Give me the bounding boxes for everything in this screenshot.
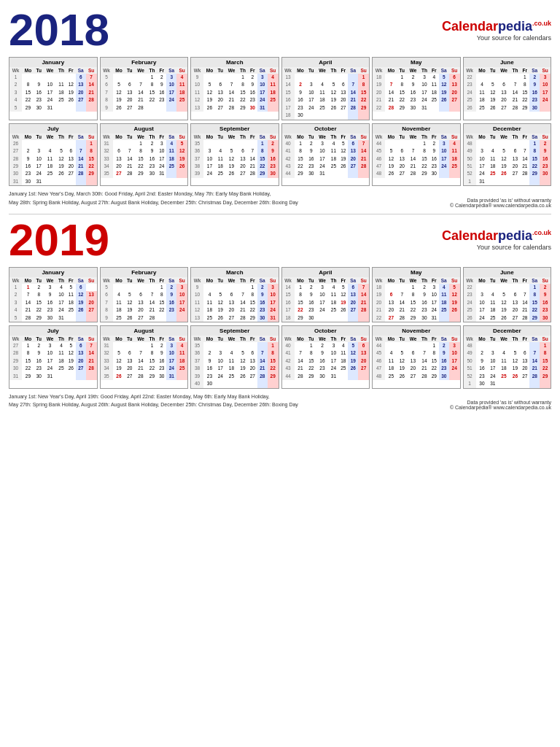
month-dec-2019: December WkMoTuWeThFrSaSu 481 492345678 … (463, 325, 552, 389)
logo-2018: Calendarpedia.co.uk Your source for cale… (442, 19, 551, 42)
month-may-2018: May WkMoTuWeThFrSaSu 18123456 1978910111… (372, 57, 461, 120)
month-feb-2019: February WkMoTuWeThFrSaSu 5123 645678910… (100, 267, 189, 322)
month-sep-2018: September WkMoTuWeThFrSaSu 3512 36345678… (190, 123, 279, 187)
logo-2019: Calendarpedia.co.uk Your source for cale… (442, 228, 551, 251)
month-oct-2018: October WkMoTuWeThFrSaSu 401234567 41891… (281, 123, 370, 187)
month-nov-2019: November WkMoTuWeThFrSaSu 44123 45456789… (372, 325, 461, 389)
2018-top-months: January WkMoTuWeThFrSaSu 167 28910111213… (9, 57, 551, 120)
month-sep-2019: September WkMoTuWeThFrSaSu 351 362345678… (190, 325, 279, 389)
2019-copyright: Data provided 'as is' without warranty ©… (450, 400, 551, 410)
month-apr-2019: April WkMoTuWeThFrSaSu 141234567 1589101… (281, 267, 370, 322)
month-jan-2018: January WkMoTuWeThFrSaSu 167 28910111213… (9, 57, 98, 120)
month-mar-2019: March WkMoTuWeThFrSaSu 9123 1045678910 1… (190, 267, 279, 322)
month-may-2019: May WkMoTuWeThFrSaSu 1812345 19678910111… (372, 267, 461, 322)
year-2019-header: 2019 Calendarpedia.co.uk Your source for… (9, 217, 551, 263)
year-2018-title: 2018 (9, 7, 109, 53)
2019-bottom-months: July WkMoTuWeThFrSaSu 271234567 28891011… (9, 325, 551, 389)
month-jul-2018: July WkMoTuWeThFrSaSu 261 272345678 2891… (9, 123, 98, 187)
logo-sub: Your source for calendars (442, 34, 551, 42)
2018-notes: January 1st: New Year's Day, March 30th:… (9, 189, 298, 208)
month-jun-2019: June WkMoTuWeThFrSaSu 2212 233456789 241… (463, 267, 552, 322)
month-aug-2018: August WkMoTuWeThFrSaSu 3112345 32678910… (100, 123, 189, 187)
month-jul-2019: July WkMoTuWeThFrSaSu 271234567 28891011… (9, 325, 98, 389)
logo-text-2019: Calendarpedia.co.uk (442, 228, 551, 244)
month-nov-2018: November WkMoTuWeThFrSaSu 441234 4556789… (372, 123, 461, 187)
2019-top-months: January WkMoTuWeThFrSaSu 1123456 2789101… (9, 267, 551, 322)
year-2018-section: 2018 Calendarpedia.co.uk Your source for… (9, 7, 551, 208)
2018-footer: January 1st: New Year's Day, March 30th:… (9, 189, 551, 208)
2018-bottom-months: July WkMoTuWeThFrSaSu 261 272345678 2891… (9, 123, 551, 187)
month-aug-2019: August WkMoTuWeThFrSaSu 311234 325678910… (100, 325, 189, 389)
2019-footer: January 1st: New Year's Day, April 19th:… (9, 392, 551, 411)
month-oct-2019: October WkMoTuWeThFrSaSu 40123456 417891… (281, 325, 370, 389)
year-2019-title: 2019 (9, 217, 109, 263)
month-jun-2018: June WkMoTuWeThFrSaSu 22123 2345678910 2… (463, 57, 552, 120)
page: 2018 Calendarpedia.co.uk Your source for… (0, 0, 560, 423)
2019-notes: January 1st: New Year's Day, April 19th:… (9, 392, 298, 411)
month-jan-2019: January WkMoTuWeThFrSaSu 1123456 2789101… (9, 267, 98, 322)
year-2018-header: 2018 Calendarpedia.co.uk Your source for… (9, 7, 551, 53)
logo-sub-2019: Your source for calendars (442, 244, 551, 251)
month-mar-2018: March WkMoTuWeThFrSaSu 91234 10567891011… (190, 57, 279, 120)
month-apr-2018: April WkMoTuWeThFrSaSu 131 142345678 159… (281, 57, 370, 120)
month-feb-2018: February WkMoTuWeThFrSaSu 51234 65678910… (100, 57, 189, 120)
2018-copyright: Data provided 'as is' without warranty ©… (450, 198, 551, 208)
logo-text: Calendarpedia.co.uk (442, 19, 551, 34)
year-2019-section: 2019 Calendarpedia.co.uk Your source for… (9, 217, 551, 410)
month-dec-2018: December WkMoTuWeThFrSaSu 4812 493456789… (463, 123, 552, 187)
